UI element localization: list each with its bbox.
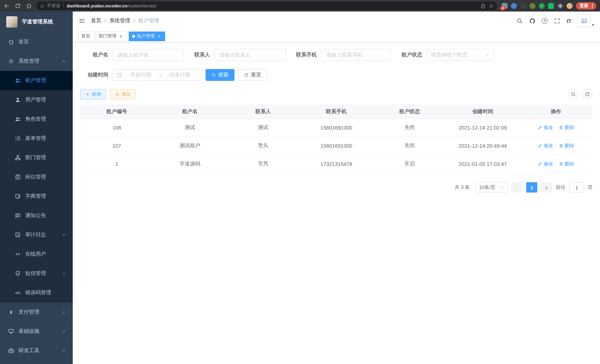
tenant-name-input[interactable] (113, 49, 184, 61)
extension-icon-4[interactable] (529, 3, 535, 9)
main-area: 首页 / 系统管理 / 租户管理 ? tT ▾ 首页 部门管理× 租户管 (73, 11, 600, 364)
table-row: 107 测试租户 秃头 15601691300 关闭 2021-12-14 20… (80, 137, 593, 155)
search-button[interactable]: 搜索 (206, 69, 234, 81)
sidebar-item-sms[interactable]: 短信管理 (0, 264, 73, 283)
font-size-icon[interactable]: tT (567, 18, 571, 24)
browser-nav (4, 3, 32, 9)
gear-icon (8, 58, 14, 64)
close-icon[interactable]: × (157, 34, 162, 39)
extension-icon-3[interactable] (520, 3, 526, 9)
edit-link[interactable]: 修改 (538, 142, 553, 149)
sidebar-item-home[interactable]: 首页 (0, 32, 73, 52)
edit-icon (538, 125, 542, 130)
extension-icon-5[interactable]: ✓ (539, 3, 545, 9)
extension-icon-6[interactable] (548, 3, 554, 9)
add-button[interactable]: 新增 (80, 89, 106, 99)
sidebar-item-system[interactable]: 系统管理 (0, 52, 73, 71)
sidebar-item-user[interactable]: 用户管理 (0, 90, 73, 110)
goto-page-input[interactable] (569, 182, 584, 193)
extension-icon-2[interactable] (511, 3, 517, 9)
sidebar-logo[interactable]: 芋道管理系统 (0, 11, 73, 32)
sidebar-item-devtools[interactable]: 研发工具 (0, 341, 73, 360)
sidebar-item-error-code[interactable]: </> 错误码管理 (0, 283, 73, 302)
pagination: 共 3 条 10条/页 ‹ 1 › 前往 页 (80, 182, 593, 193)
breadcrumb-system[interactable]: 系统管理 (110, 18, 130, 24)
badge-icon (15, 174, 21, 180)
status-select[interactable]: 请选择租户状态 (427, 49, 494, 61)
update-button[interactable]: 更新⋮ (576, 2, 596, 9)
page-button-1[interactable]: 1 (526, 182, 537, 193)
cell-created: 2021-12-14 21:02:09 (446, 125, 519, 131)
tab-home[interactable]: 首页 (78, 31, 94, 41)
sidebar-item-audit-log[interactable]: 审计日志 (0, 225, 73, 244)
chevron-down-icon (62, 329, 66, 334)
user-menu[interactable]: ▾ (578, 14, 594, 28)
url-divider (64, 3, 64, 8)
sidebar-item-tenant[interactable]: 租户管理 (0, 71, 73, 90)
bookmark-star-icon[interactable]: ☆ (489, 3, 494, 9)
contact-input[interactable] (215, 49, 286, 61)
edit-link[interactable]: 修改 (538, 124, 553, 131)
page-size-select[interactable]: 10条/页 (476, 182, 508, 193)
delete-link[interactable]: 删除 (559, 124, 574, 131)
sidebar-item-dict[interactable]: 字典管理 (0, 187, 73, 206)
create-time-label: 创建时间 (80, 72, 108, 78)
sidebar-item-notice[interactable]: 通知公告 (0, 206, 73, 225)
tab-tenant[interactable]: 租户管理× (129, 31, 165, 41)
profile-avatar[interactable] (567, 3, 572, 9)
edit-icon (538, 162, 542, 166)
breadcrumb-home[interactable]: 首页 (91, 18, 101, 24)
collapse-sidebar-icon[interactable] (79, 18, 85, 24)
tab-dept[interactable]: 部门管理× (95, 31, 127, 41)
sidebar-item-menu[interactable]: 菜单管理 (0, 129, 73, 148)
trash-icon (559, 144, 563, 148)
delete-link[interactable]: 删除 (559, 142, 574, 149)
browser-chrome: ⚠ 不安全 dashboard.yudao.iocoder.cn/system/… (0, 0, 600, 11)
sidebar-item-dept[interactable]: 部门管理 (0, 148, 73, 167)
close-icon[interactable]: × (118, 34, 123, 39)
chevron-down-icon (62, 348, 66, 353)
goto-label: 前往 (556, 184, 565, 191)
filter-row-2: 创建时间 开始日期 - 结束日期 搜索 重置 (80, 69, 593, 81)
prev-page-button[interactable]: ‹ (511, 182, 523, 193)
table-row: 108 测试 测试 15601691300 关闭 2021-12-14 21:0… (80, 119, 593, 137)
sidebar-item-payment[interactable]: ¥ 支付管理 (0, 302, 73, 322)
tree-icon (15, 155, 21, 161)
sidebar-item-infra[interactable]: 基础设施 (0, 322, 73, 341)
sidebar-item-online-user[interactable]: 在线用户 (0, 244, 73, 264)
search-icon[interactable] (517, 18, 523, 24)
reload-icon[interactable] (15, 3, 21, 9)
menu-kebab-icon[interactable]: ⋮ (590, 3, 595, 9)
back-icon[interactable] (4, 3, 10, 9)
table-row: 1 芋道源码 芋艿 17321315478 开启 2021-01-05 17:0… (80, 155, 593, 173)
sidebar-item-role[interactable]: 角色管理 (0, 110, 73, 129)
help-icon[interactable]: ? (542, 18, 548, 24)
refresh-button[interactable] (582, 89, 593, 99)
url-path: /system/tenant (127, 3, 156, 8)
cell-contact: 芋艿 (226, 161, 300, 167)
fullscreen-icon[interactable] (554, 18, 561, 24)
edit-link[interactable]: 修改 (538, 161, 553, 167)
next-page-button[interactable]: › (541, 182, 552, 193)
toggle-search-button[interactable] (568, 89, 579, 99)
sidebar: 芋道管理系统 首页 系统管理 租户管理 用户管理 角色管理 (0, 11, 73, 364)
security-label[interactable]: 不安全 (47, 3, 60, 9)
share-icon[interactable] (481, 3, 486, 8)
signal-icon (15, 251, 21, 257)
sidebar-submenu-system: 租户管理 用户管理 角色管理 菜单管理 部门管理 岗位管理 (0, 71, 73, 302)
url-bar[interactable]: ⚠ 不安全 dashboard.yudao.iocoder.cn/system/… (36, 1, 497, 10)
active-dot (132, 35, 135, 38)
home-icon[interactable] (26, 3, 32, 9)
status-label: 租户状态 (402, 52, 422, 58)
mobile-input[interactable] (321, 49, 391, 61)
extensions-puzzle-icon[interactable] (557, 3, 563, 9)
app-root: ⚠ 不安全 dashboard.yudao.iocoder.cn/system/… (0, 0, 600, 364)
date-range-picker[interactable]: 开始日期 - 结束日期 (113, 69, 201, 81)
sidebar-item-post[interactable]: 岗位管理 (0, 167, 73, 187)
reset-button[interactable]: 重置 (238, 69, 267, 81)
delete-link[interactable]: 删除 (559, 161, 574, 167)
github-icon[interactable] (529, 18, 536, 24)
extension-icon-1[interactable]: 10 (502, 3, 508, 9)
export-button[interactable]: 导出 (110, 89, 136, 99)
url-host: dashboard.yudao.iocoder.cn (67, 3, 127, 8)
